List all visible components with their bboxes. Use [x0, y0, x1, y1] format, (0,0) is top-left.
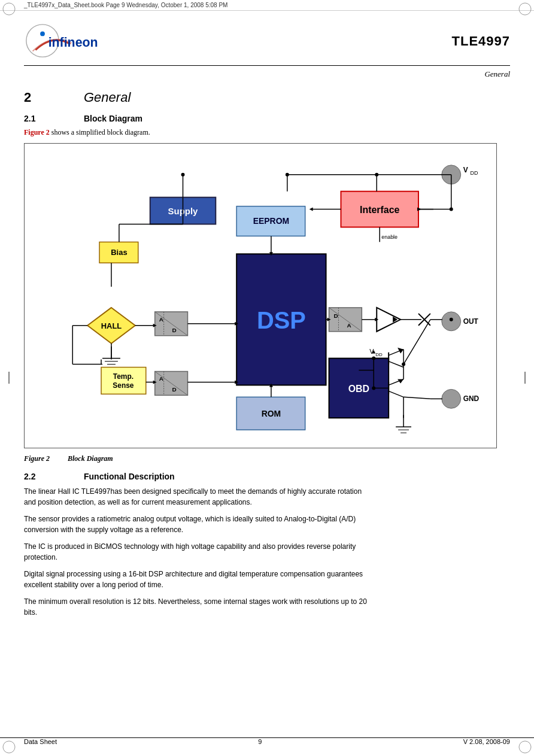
svg-point-0: [3, 3, 15, 15]
section-label-text: General: [484, 69, 510, 78]
product-title: TLE4997: [452, 34, 511, 49]
svg-point-114: [402, 363, 405, 366]
section-2-2-heading: 2.2 Functional Description: [24, 472, 510, 481]
footer-left: Data Sheet: [24, 738, 57, 745]
svg-point-3: [40, 32, 45, 37]
figure-caption-label: Figure 2: [24, 454, 50, 463]
section-2-2-number: 2.2: [24, 472, 60, 481]
figure-reference: Figure 2 shows a simplified block diagra…: [24, 128, 510, 137]
page-footer: Data Sheet 9 V 2.08, 2008-09: [0, 737, 534, 745]
section-2-1-title: Block Diagram: [84, 114, 142, 123]
figure-ref-link[interactable]: Figure 2: [24, 128, 50, 136]
svg-text:Temp.: Temp.: [113, 372, 134, 381]
page-header: infineon TLE4997: [0, 11, 534, 60]
svg-point-57: [286, 173, 289, 177]
svg-text:GND: GND: [463, 394, 480, 403]
infineon-logo: infineon: [24, 22, 117, 60]
svg-text:A: A: [159, 375, 163, 382]
svg-text:A: A: [347, 322, 351, 329]
svg-point-56: [375, 173, 378, 177]
svg-text:DD: DD: [471, 170, 478, 176]
svg-point-1: [519, 3, 531, 15]
section-2-1-number: 2.1: [24, 114, 60, 123]
block-diagram-svg: V DD OUT GND Interface Supply EEPROM DSP…: [25, 144, 496, 448]
chapter-title: General: [84, 90, 131, 105]
paragraph-3: The IC is produced in BiCMOS technology …: [24, 541, 371, 563]
svg-text:ROM: ROM: [262, 409, 281, 418]
paragraph-4: Digital signal processing using a 16-bit…: [24, 569, 371, 590]
corner-tl: [0, 0, 18, 18]
svg-point-60: [450, 208, 453, 211]
svg-point-111: [372, 357, 375, 360]
file-info-bar: _TLE4997x_Data_Sheet.book Page 9 Wednesd…: [0, 0, 534, 11]
svg-point-11: [442, 389, 461, 408]
svg-text:OBD: OBD: [348, 384, 369, 394]
paragraph-2: The sensor provides a ratiometric analog…: [24, 514, 371, 535]
footer-right: V 2.08, 2008-09: [463, 738, 510, 745]
svg-text:D: D: [172, 386, 177, 393]
svg-point-129: [519, 741, 531, 753]
svg-text:V: V: [463, 166, 468, 174]
figure-caption: Figure 2 Block Diagram: [24, 454, 510, 463]
page-mark-left: [6, 372, 12, 385]
svg-text:A: A: [159, 316, 163, 323]
svg-point-128: [3, 741, 15, 753]
svg-text:HALL: HALL: [101, 321, 122, 330]
figure-caption-text: Block Diagram: [68, 454, 113, 463]
svg-text:EEPROM: EEPROM: [253, 216, 289, 226]
svg-point-64: [181, 173, 185, 177]
page-mark-right: [522, 372, 528, 385]
block-diagram-container: V DD OUT GND Interface Supply EEPROM DSP…: [24, 143, 497, 448]
corner-bl: [0, 738, 18, 756]
section-2-2-title: Functional Description: [84, 472, 175, 481]
main-content: 2 General 2.1 Block Diagram Figure 2 sho…: [0, 90, 534, 618]
svg-text:Bias: Bias: [111, 248, 127, 257]
section-label-right: General: [0, 66, 534, 79]
svg-text:infineon: infineon: [48, 35, 98, 50]
figure-ref-text: shows a simplified block diagram.: [51, 128, 150, 136]
chapter-number: 2: [24, 90, 54, 105]
svg-text:D: D: [334, 312, 338, 319]
svg-point-112: [372, 386, 375, 390]
chapter-heading: 2 General: [24, 90, 510, 105]
corner-tr: [516, 0, 534, 18]
section-2-1-heading: 2.1 Block Diagram: [24, 114, 510, 123]
svg-text:D: D: [172, 327, 177, 333]
svg-text:DD: DD: [375, 352, 383, 357]
svg-text:Interface: Interface: [360, 205, 400, 215]
paragraph-1: The linear Hall IC TLE4997has been desig…: [24, 486, 371, 508]
svg-text:DSP: DSP: [257, 307, 306, 333]
svg-text:enable: enable: [381, 234, 398, 240]
logo-area: infineon: [24, 22, 117, 60]
svg-point-83: [450, 318, 453, 321]
svg-text:OUT: OUT: [463, 317, 479, 326]
svg-text:Sense: Sense: [113, 381, 134, 390]
footer-center: 9: [258, 738, 262, 745]
corner-br: [516, 738, 534, 756]
file-info-text: _TLE4997x_Data_Sheet.book Page 9 Wednesd…: [24, 2, 227, 8]
paragraph-5: The minimum overall resolution is 12 bit…: [24, 596, 371, 618]
